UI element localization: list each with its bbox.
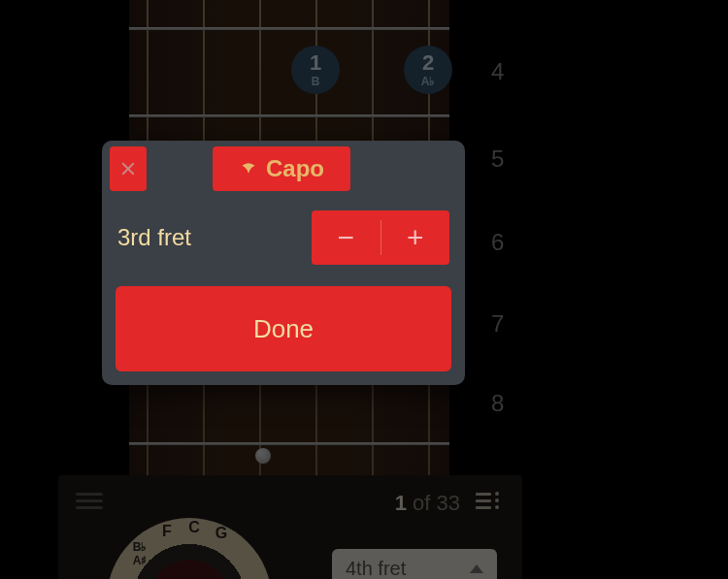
cof-label: F (162, 524, 172, 539)
finger-number: 1 (310, 52, 321, 74)
fret-label: 8 (491, 390, 504, 417)
fret-label: 6 (491, 229, 504, 256)
position-counter: 1 of 33 (395, 491, 460, 516)
fret-selector[interactable]: 4th fret (332, 549, 497, 579)
fret-label: 4 (491, 58, 504, 85)
cof-label: A♯ (133, 555, 148, 566)
decrement-button[interactable]: − (312, 210, 381, 265)
position-total: 33 (437, 491, 460, 515)
circle-of-fifths[interactable]: F C G B♭ A♯ (107, 518, 272, 579)
position-current: 1 (395, 491, 407, 515)
finger-dot: 2 A♭ (404, 46, 452, 94)
finger-dot: 1 B (291, 46, 340, 94)
fret-label: 5 (491, 145, 504, 173)
fret-label: 7 (491, 310, 504, 338)
cof-label: G (215, 526, 227, 541)
finger-number: 2 (422, 52, 434, 74)
chevron-up-icon (470, 564, 483, 573)
close-icon (119, 160, 137, 177)
finger-note: A♭ (421, 76, 436, 87)
close-button[interactable] (110, 146, 147, 191)
capo-fret-value: 3rd fret (117, 224, 191, 251)
increment-button[interactable]: + (381, 210, 450, 265)
cof-label: C (188, 520, 200, 535)
done-button[interactable]: Done (116, 286, 451, 371)
dialog-title: Capo (213, 146, 350, 191)
capo-icon (239, 159, 258, 178)
cof-label: B♭ (133, 541, 148, 553)
capo-stepper: − + (312, 210, 449, 265)
finger-note: B (312, 76, 320, 87)
list-icon[interactable] (476, 489, 501, 512)
bottom-panel: 1 of 33 F C G B♭ A♯ 4th fret (58, 475, 522, 579)
menu-icon[interactable] (76, 489, 103, 510)
fret-selector-label: 4th fret (346, 558, 406, 580)
capo-dialog: Capo 3rd fret − + Done (102, 141, 465, 385)
